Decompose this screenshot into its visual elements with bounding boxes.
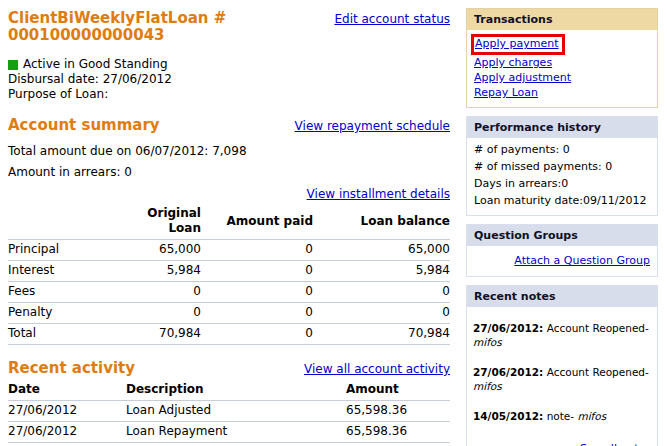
activity-date: 27/06/2012 <box>8 401 126 422</box>
row-original: 0 <box>123 303 201 324</box>
status-green-icon <box>8 60 18 70</box>
activity-description: Loan Repayment <box>126 422 346 443</box>
recent-notes-box: Recent notes 27/06/2012: Account Reopene… <box>466 285 658 446</box>
note-author: mifos <box>473 336 502 348</box>
note-author: mifos <box>577 410 606 422</box>
sidebar: Transactions Apply payment Apply charges… <box>466 0 658 446</box>
disbursal-date: Disbursal date: 27/06/2012 <box>8 72 450 87</box>
total-amount-due: Total amount due on 06/07/2012: 7,098 <box>8 144 450 159</box>
summary-col-empty <box>8 204 123 240</box>
activity-col-amount: Amount <box>346 380 450 401</box>
view-repayment-schedule-link[interactable]: View repayment schedule <box>295 119 450 133</box>
note-date: 27/06/2012: <box>473 366 543 378</box>
row-paid: 0 <box>201 303 313 324</box>
attach-question-group-link[interactable]: Attach a Question Group <box>514 254 650 267</box>
row-balance: 0 <box>313 282 450 303</box>
notes-links: See all notes Add a note <box>473 441 651 446</box>
view-all-account-activity-link[interactable]: View all account activity <box>304 362 450 376</box>
see-all-notes-link[interactable]: See all notes <box>473 441 651 446</box>
note-author: mifos <box>473 380 502 392</box>
performance-history-header: Performance history <box>467 117 657 138</box>
note-date: 14/05/2012: <box>473 410 543 422</box>
table-row: 27/06/2012 Loan Adjusted 65,598.36 <box>8 443 450 446</box>
account-summary-header-row: Account summary View repayment schedule <box>8 116 450 134</box>
row-balance: 65,000 <box>313 240 450 261</box>
account-summary-heading: Account summary <box>8 116 160 134</box>
performance-history-body: # of payments: 0 # of missed payments: 0… <box>467 138 657 215</box>
account-status: Active in Good Standing <box>8 57 450 72</box>
table-row: 27/06/2012 Loan Repayment 65,598.36 <box>8 422 450 443</box>
note-text: Account Reopened- <box>547 322 649 334</box>
table-row-interest: Interest 5,984 0 5,984 <box>8 261 450 282</box>
transactions-box: Transactions Apply payment Apply charges… <box>466 8 658 108</box>
summary-col-original-loan: Original Loan <box>123 204 201 240</box>
row-original: 0 <box>123 282 201 303</box>
loan-account-page: ClientBiWeeklyFlatLoan # 000100000000043… <box>0 0 667 446</box>
apply-payment-link[interactable]: Apply payment <box>475 37 559 50</box>
table-row-penalty: Penalty 0 0 0 <box>8 303 450 324</box>
table-row-total: Total 70,984 0 70,984 <box>8 324 450 345</box>
activity-date: 27/06/2012 <box>8 443 126 446</box>
note-item: 27/06/2012: Account Reopened- mifos <box>473 321 651 349</box>
recent-activity-heading: Recent activity <box>8 359 135 377</box>
note-item: 27/06/2012: Account Reopened- mifos <box>473 365 651 393</box>
activity-description: Loan Adjusted <box>126 443 346 446</box>
recent-activity-table: Date Description Amount 27/06/2012 Loan … <box>8 380 450 446</box>
activity-description: Loan Adjusted <box>126 401 346 422</box>
row-label: Principal <box>8 240 123 261</box>
row-paid: 0 <box>201 282 313 303</box>
note-date: 27/06/2012: <box>473 322 543 334</box>
edit-account-status-link[interactable]: Edit account status <box>334 12 450 26</box>
row-label: Penalty <box>8 303 123 324</box>
days-in-arrears: Days in arrears:0 <box>474 175 650 192</box>
question-groups-body: Attach a Question Group <box>467 246 657 276</box>
repay-loan-link[interactable]: Repay Loan <box>474 86 650 100</box>
activity-amount: 65,598.36 <box>346 401 450 422</box>
row-label: Total <box>8 324 123 345</box>
transactions-header: Transactions <box>467 9 657 30</box>
note-text: note- <box>547 410 574 422</box>
page-title: ClientBiWeeklyFlatLoan # 000100000000043 <box>8 10 226 44</box>
loan-purpose: Purpose of Loan: <box>8 87 450 102</box>
table-row-fees: Fees 0 0 0 <box>8 282 450 303</box>
apply-adjustment-link[interactable]: Apply adjustment <box>474 71 650 85</box>
page-title-line1: ClientBiWeeklyFlatLoan # <box>8 10 226 27</box>
num-payments: # of payments: 0 <box>474 141 650 158</box>
question-groups-header: Question Groups <box>467 225 657 246</box>
row-paid: 0 <box>201 261 313 282</box>
table-row-principal: Principal 65,000 0 65,000 <box>8 240 450 261</box>
activity-col-description: Description <box>126 380 346 401</box>
row-balance: 70,984 <box>313 324 450 345</box>
apply-payment-highlight: Apply payment <box>471 34 565 55</box>
row-paid: 0 <box>201 240 313 261</box>
transactions-body: Apply payment Apply charges Apply adjust… <box>467 30 657 107</box>
status-text: Active in Good Standing <box>23 57 168 72</box>
note-text: Account Reopened- <box>547 366 649 378</box>
apply-charges-link[interactable]: Apply charges <box>474 56 650 70</box>
view-installment-details-link[interactable]: View installment details <box>307 187 450 201</box>
row-label: Fees <box>8 282 123 303</box>
account-summary-table: Original Loan Amount paid Loan balance P… <box>8 204 450 345</box>
note-item: 14/05/2012: note- mifos <box>473 409 651 423</box>
page-title-line2: 000100000000043 <box>8 27 226 44</box>
row-paid: 0 <box>201 324 313 345</box>
activity-amount: 65,598.36 <box>346 443 450 446</box>
row-original: 5,984 <box>123 261 201 282</box>
row-balance: 5,984 <box>313 261 450 282</box>
activity-date: 27/06/2012 <box>8 422 126 443</box>
recent-activity-header-row: Recent activity View all account activit… <box>8 359 450 377</box>
main-content: ClientBiWeeklyFlatLoan # 000100000000043… <box>0 0 450 446</box>
summary-header-row: Original Loan Amount paid Loan balance <box>8 204 450 240</box>
loan-maturity-date: Loan maturity date:09/11/2012 <box>474 192 650 209</box>
num-missed-payments: # of missed payments: 0 <box>474 158 650 175</box>
title-row: ClientBiWeeklyFlatLoan # 000100000000043… <box>8 10 450 44</box>
row-label: Interest <box>8 261 123 282</box>
activity-amount: 65,598.36 <box>346 422 450 443</box>
row-original: 65,000 <box>123 240 201 261</box>
question-groups-box: Question Groups Attach a Question Group <box>466 224 658 277</box>
row-balance: 0 <box>313 303 450 324</box>
amount-in-arrears: Amount in arrears: 0 <box>8 165 450 180</box>
summary-col-amount-paid: Amount paid <box>201 204 313 240</box>
row-original: 70,984 <box>123 324 201 345</box>
recent-notes-header: Recent notes <box>467 286 657 307</box>
